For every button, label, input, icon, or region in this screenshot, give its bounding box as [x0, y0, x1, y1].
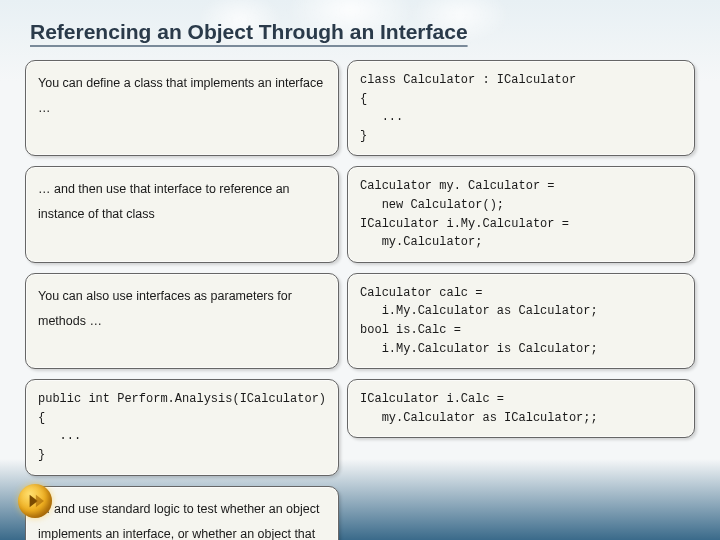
code-box-3: public int Perform.Analysis(ICalculator)…: [25, 379, 339, 475]
svg-marker-1: [36, 495, 44, 508]
text-box-2: … and then use that interface to referen…: [25, 166, 339, 262]
slide-title: Referencing an Object Through an Interfa…: [30, 20, 468, 44]
code-box-4a: Calculator calc = i.My.Calculator as Cal…: [347, 273, 695, 369]
text-box-3: You can also use interfaces as parameter…: [25, 273, 339, 369]
code-box-4b: ICalculator i.Calc = my.Calculator as IC…: [347, 379, 695, 438]
next-nav-icon[interactable]: [18, 484, 52, 518]
text-box-4: … and use standard logic to test whether…: [25, 486, 339, 541]
code-box-2: Calculator my. Calculator = new Calculat…: [347, 166, 695, 262]
content-grid: You can define a class that implements a…: [25, 60, 695, 520]
text-box-1: You can define a class that implements a…: [25, 60, 339, 156]
code-box-1: class Calculator : ICalculator { ... }: [347, 60, 695, 156]
